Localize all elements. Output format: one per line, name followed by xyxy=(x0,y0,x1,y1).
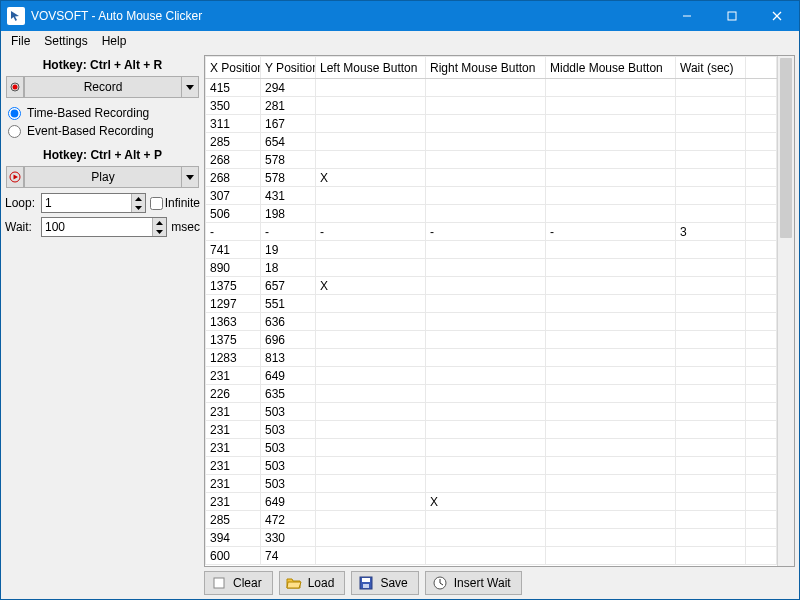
cell-w[interactable] xyxy=(676,367,746,385)
cell-m[interactable] xyxy=(546,547,676,565)
table-row[interactable]: 506198 xyxy=(206,205,777,223)
cell-y[interactable]: 167 xyxy=(261,115,316,133)
play-button[interactable]: Play xyxy=(24,166,181,188)
cell-w[interactable] xyxy=(676,547,746,565)
cell-r[interactable] xyxy=(426,259,546,277)
cell-l[interactable] xyxy=(316,241,426,259)
cell-spacer[interactable] xyxy=(746,151,777,169)
cell-r[interactable] xyxy=(426,367,546,385)
table-row[interactable]: 231503 xyxy=(206,421,777,439)
cell-r[interactable] xyxy=(426,385,546,403)
cell-y[interactable]: 636 xyxy=(261,313,316,331)
cell-spacer[interactable] xyxy=(746,241,777,259)
cell-r[interactable] xyxy=(426,313,546,331)
cell-l[interactable] xyxy=(316,151,426,169)
cell-y[interactable]: 654 xyxy=(261,133,316,151)
cell-x[interactable]: 890 xyxy=(206,259,261,277)
cell-x[interactable]: 1375 xyxy=(206,331,261,349)
cell-l[interactable] xyxy=(316,547,426,565)
mode-event-radio-input[interactable] xyxy=(8,125,21,138)
cell-w[interactable] xyxy=(676,421,746,439)
cell-x[interactable]: 231 xyxy=(206,367,261,385)
cell-r[interactable] xyxy=(426,511,546,529)
cell-l[interactable] xyxy=(316,349,426,367)
cell-x[interactable]: 311 xyxy=(206,115,261,133)
table-row[interactable]: 60074 xyxy=(206,547,777,565)
cell-spacer[interactable] xyxy=(746,187,777,205)
cell-y[interactable]: 503 xyxy=(261,457,316,475)
col-x[interactable]: X Position xyxy=(206,57,261,79)
close-button[interactable] xyxy=(754,1,799,31)
col-y[interactable]: Y Position xyxy=(261,57,316,79)
cell-r[interactable] xyxy=(426,349,546,367)
table-row[interactable]: 350281 xyxy=(206,97,777,115)
cell-x[interactable]: 226 xyxy=(206,385,261,403)
cell-y[interactable]: 472 xyxy=(261,511,316,529)
cell-r[interactable]: X xyxy=(426,493,546,511)
cell-l[interactable] xyxy=(316,79,426,97)
cell-m[interactable] xyxy=(546,79,676,97)
cell-l[interactable] xyxy=(316,493,426,511)
cell-x[interactable]: - xyxy=(206,223,261,241)
cell-l[interactable] xyxy=(316,475,426,493)
cell-y[interactable]: 18 xyxy=(261,259,316,277)
cell-r[interactable] xyxy=(426,457,546,475)
cell-l[interactable] xyxy=(316,115,426,133)
cell-m[interactable] xyxy=(546,187,676,205)
cell-l[interactable]: X xyxy=(316,277,426,295)
table-row[interactable]: 231649 xyxy=(206,367,777,385)
cell-m[interactable] xyxy=(546,133,676,151)
cell-r[interactable] xyxy=(426,421,546,439)
cell-spacer[interactable] xyxy=(746,133,777,151)
cell-w[interactable] xyxy=(676,313,746,331)
table-row[interactable]: 1375696 xyxy=(206,331,777,349)
infinite-checkbox-input[interactable] xyxy=(150,197,163,210)
mode-time-radio[interactable]: Time-Based Recording xyxy=(6,104,199,122)
cell-r[interactable] xyxy=(426,97,546,115)
cell-spacer[interactable] xyxy=(746,511,777,529)
cell-r[interactable] xyxy=(426,169,546,187)
cell-m[interactable] xyxy=(546,349,676,367)
table-row[interactable]: 231503 xyxy=(206,439,777,457)
menu-settings[interactable]: Settings xyxy=(38,33,93,49)
cell-w[interactable] xyxy=(676,169,746,187)
wait-spin-up[interactable] xyxy=(153,218,166,227)
cell-m[interactable] xyxy=(546,457,676,475)
cell-w[interactable] xyxy=(676,241,746,259)
table-row[interactable]: 231503 xyxy=(206,475,777,493)
cell-w[interactable] xyxy=(676,439,746,457)
cell-r[interactable] xyxy=(426,115,546,133)
cell-m[interactable] xyxy=(546,295,676,313)
cell-spacer[interactable] xyxy=(746,313,777,331)
cell-m[interactable] xyxy=(546,97,676,115)
cell-spacer[interactable] xyxy=(746,475,777,493)
cell-l[interactable] xyxy=(316,367,426,385)
cell-w[interactable] xyxy=(676,133,746,151)
cell-m[interactable] xyxy=(546,511,676,529)
mode-event-radio[interactable]: Event-Based Recording xyxy=(6,122,199,140)
cell-spacer[interactable] xyxy=(746,79,777,97)
cell-w[interactable]: 3 xyxy=(676,223,746,241)
cell-w[interactable] xyxy=(676,385,746,403)
cell-w[interactable] xyxy=(676,475,746,493)
table-row[interactable]: 285654 xyxy=(206,133,777,151)
cell-y[interactable]: 503 xyxy=(261,439,316,457)
cell-spacer[interactable] xyxy=(746,367,777,385)
cell-l[interactable] xyxy=(316,205,426,223)
cell-r[interactable] xyxy=(426,439,546,457)
col-wait[interactable]: Wait (sec) xyxy=(676,57,746,79)
cell-spacer[interactable] xyxy=(746,295,777,313)
table-row[interactable]: 1375657X xyxy=(206,277,777,295)
cell-r[interactable] xyxy=(426,295,546,313)
table-row[interactable]: 307431 xyxy=(206,187,777,205)
cell-w[interactable] xyxy=(676,259,746,277)
table-row[interactable]: 1363636 xyxy=(206,313,777,331)
load-button[interactable]: Load xyxy=(279,571,346,595)
cell-l[interactable] xyxy=(316,187,426,205)
cell-m[interactable] xyxy=(546,475,676,493)
scrollbar-thumb[interactable] xyxy=(780,58,792,238)
cell-x[interactable]: 394 xyxy=(206,529,261,547)
cell-m[interactable] xyxy=(546,169,676,187)
cell-spacer[interactable] xyxy=(746,97,777,115)
cell-y[interactable]: 551 xyxy=(261,295,316,313)
